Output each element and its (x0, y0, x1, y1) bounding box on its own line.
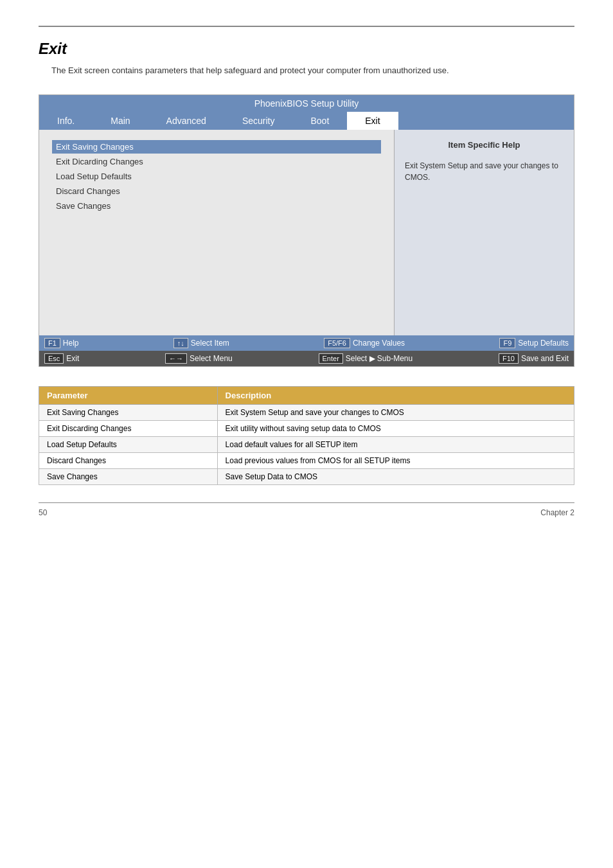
bios-title-bar: PhoenixBIOS Setup Utility (39, 95, 574, 112)
bios-utility-box: PhoenixBIOS Setup Utility Info.MainAdvan… (39, 94, 574, 367)
status-item: F5/F6Change Values (324, 338, 405, 348)
param-col-header: Parameter (39, 387, 218, 405)
status-label: Save and Exit (521, 354, 569, 363)
table-row: Load Setup DefaultsLoad default values f… (39, 437, 574, 453)
status-item: F10Save and Exit (499, 353, 569, 364)
status-key: F5/F6 (324, 338, 350, 348)
status-item: EnterSelect ▶ Sub-Menu (319, 353, 413, 364)
table-row: Exit Saving ChangesExit System Setup and… (39, 405, 574, 421)
bios-nav-item-advanced[interactable]: Advanced (148, 112, 224, 130)
bios-status-row1: F1Help↑↓Select ItemF5/F6Change ValuesF9S… (39, 335, 574, 351)
status-key: Esc (44, 353, 64, 364)
bios-nav-item-info[interactable]: Info. (39, 112, 93, 130)
status-key: F10 (499, 353, 519, 364)
param-cell: Save Changes (39, 469, 218, 485)
bios-content: Exit Saving ChangesExit Dicarding Change… (39, 130, 574, 335)
status-label: Select Menu (190, 354, 233, 363)
status-label: Select ▶ Sub-Menu (346, 354, 413, 363)
status-key: ↑↓ (173, 338, 188, 348)
bios-menu-item[interactable]: Save Changes (52, 199, 381, 213)
status-item: F1Help (44, 338, 79, 348)
bios-help-text: Exit System Setup and save your changes … (405, 160, 564, 183)
bios-nav: Info.MainAdvancedSecurityBootExit (39, 112, 574, 130)
bios-nav-item-security[interactable]: Security (224, 112, 293, 130)
status-key: F1 (44, 338, 60, 348)
page-description: The Exit screen contains parameters that… (39, 66, 574, 75)
bios-nav-item-boot[interactable]: Boot (292, 112, 347, 130)
status-item: ↑↓Select Item (173, 338, 229, 348)
desc-cell: Exit utility without saving setup data t… (217, 421, 574, 437)
param-cell: Load Setup Defaults (39, 437, 218, 453)
top-rule (39, 26, 574, 27)
status-item: EscExit (44, 353, 79, 364)
bios-help-panel: Item Specific Help Exit System Setup and… (394, 130, 574, 335)
desc-col-header: Description (217, 387, 574, 405)
status-key: ←→ (165, 353, 187, 364)
parameter-table: Parameter Description Exit Saving Change… (39, 386, 574, 485)
desc-cell: Exit System Setup and save your changes … (217, 405, 574, 421)
status-item: F9Setup Defaults (499, 338, 569, 348)
page-title: Exit (39, 40, 574, 58)
page-number: 50 (39, 508, 47, 517)
bios-nav-item-exit[interactable]: Exit (347, 112, 398, 130)
table-row: Discard ChangesLoad previous values from… (39, 453, 574, 469)
status-key: F9 (499, 338, 515, 348)
param-cell: Exit Discarding Changes (39, 421, 218, 437)
bios-menu-item[interactable]: Exit Dicarding Changes (52, 155, 381, 168)
table-row: Save ChangesSave Setup Data to CMOS (39, 469, 574, 485)
status-label: Change Values (353, 339, 405, 348)
page-wrapper: Exit The Exit screen contains parameters… (0, 0, 613, 530)
table-row: Exit Discarding ChangesExit utility with… (39, 421, 574, 437)
bios-menu-item[interactable]: Exit Saving Changes (52, 140, 381, 154)
bios-menu-item[interactable]: Discard Changes (52, 184, 381, 198)
chapter-label: Chapter 2 (540, 508, 574, 517)
bios-status-row2: EscExit←→Select MenuEnterSelect ▶ Sub-Me… (39, 351, 574, 366)
desc-cell: Save Setup Data to CMOS (217, 469, 574, 485)
status-label: Exit (66, 354, 79, 363)
bios-nav-item-main[interactable]: Main (93, 112, 148, 130)
page-footer: 50 Chapter 2 (39, 502, 574, 517)
status-label: Help (63, 339, 79, 348)
bios-help-title: Item Specific Help (405, 140, 564, 150)
desc-cell: Load previous values from CMOS for all S… (217, 453, 574, 469)
status-label: Select Item (191, 339, 229, 348)
status-item: ←→Select Menu (165, 353, 233, 364)
bios-menu-panel: Exit Saving ChangesExit Dicarding Change… (39, 130, 394, 335)
param-cell: Exit Saving Changes (39, 405, 218, 421)
status-label: Setup Defaults (518, 339, 569, 348)
status-key: Enter (319, 353, 343, 364)
param-cell: Discard Changes (39, 453, 218, 469)
bios-menu-item[interactable]: Load Setup Defaults (52, 170, 381, 183)
desc-cell: Load default values for all SETUP item (217, 437, 574, 453)
